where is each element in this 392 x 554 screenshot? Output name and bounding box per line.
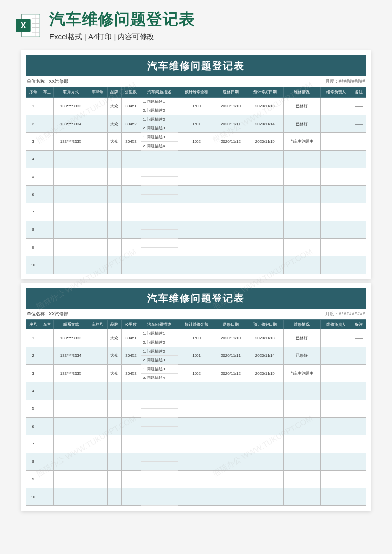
amount-cell: 1502 [178, 365, 215, 382]
note-cell [352, 400, 366, 418]
phone-cell [54, 400, 88, 418]
note-cell [352, 203, 366, 221]
phone-cell [54, 221, 88, 238]
seq-cell: 2 [26, 347, 40, 365]
desc1-cell: 1. 问题描述3 [141, 365, 178, 374]
table-row: 6 [26, 418, 366, 427]
page-2: 汽车维修问题登记表 单位名称：XX汽修部 月度：########## 序号车主联… [21, 283, 371, 511]
done-cell [246, 150, 284, 168]
col-header: 维修情况 [284, 319, 321, 329]
done-cell: 2020/11/13 [246, 329, 284, 347]
desc1-cell: 1. 问题描述2 [141, 115, 178, 124]
status-cell: 已修好 [284, 97, 321, 115]
desc1-cell: 1. 问题描述2 [141, 347, 178, 356]
status-cell [284, 488, 321, 506]
col-header: 品牌 [107, 87, 121, 98]
owner-cell [40, 185, 54, 203]
plate-cell [88, 471, 107, 488]
table-row: 7 [26, 203, 366, 212]
table-row: 2 133****3334 大众 30452 1. 问题描述2 1501 202… [26, 347, 366, 356]
table-row: 1 133****3333 大众 30451 1. 问题描述1 1500 202… [26, 329, 366, 338]
excel-icon: X [15, 12, 42, 39]
status-cell: 与车主沟通中 [284, 132, 321, 150]
owner-cell [40, 221, 54, 238]
owner-cell [40, 256, 54, 274]
note-cell: —— [352, 115, 366, 132]
desc2-cell [141, 427, 178, 435]
send-cell [215, 382, 246, 400]
form-banner: 汽车维修问题登记表 [26, 288, 366, 309]
desc2-cell [141, 229, 178, 238]
seq-cell: 9 [26, 471, 40, 488]
table-row: 6 [26, 185, 366, 194]
plate-cell [88, 185, 107, 203]
plate-cell [88, 400, 107, 418]
owner-cell [40, 488, 54, 506]
desc2-cell: 2. 问题描述4 [141, 141, 178, 150]
done-cell [246, 418, 284, 435]
person-cell [320, 115, 352, 132]
km-cell [121, 471, 141, 488]
plate-cell [88, 418, 107, 435]
table-row: 2 133****3334 大众 30452 1. 问题描述2 1501 202… [26, 115, 366, 124]
desc2-cell [141, 194, 178, 203]
desc2-cell: 2. 问题描述4 [141, 374, 178, 382]
km-cell: 30451 [121, 97, 141, 115]
send-cell [215, 150, 246, 168]
owner-cell [40, 453, 54, 471]
brand-cell [107, 256, 121, 274]
desc1-cell [141, 382, 178, 391]
plate-cell [88, 488, 107, 506]
seq-cell: 6 [26, 418, 40, 435]
note-cell [352, 418, 366, 435]
note-cell [352, 256, 366, 274]
status-cell [284, 203, 321, 221]
amount-cell [178, 471, 215, 488]
status-cell [284, 382, 321, 400]
send-cell [215, 221, 246, 238]
send-cell [215, 400, 246, 418]
phone-cell [54, 150, 88, 168]
amount-cell [178, 256, 215, 274]
status-cell: 已修好 [284, 329, 321, 347]
table-row: 9 [26, 238, 366, 247]
meta-left: 单位名称：XX汽修部 [27, 311, 68, 317]
send-cell [215, 471, 246, 488]
page-header: X 汽车维修问题登记表 Excel格式 | A4打印 | 内容可修改 [0, 0, 392, 47]
table-row: 8 [26, 221, 366, 229]
col-header: 预计修好日期 [246, 87, 284, 98]
desc2-cell [141, 409, 178, 418]
desc2-cell [141, 479, 178, 488]
desc2-cell [141, 159, 178, 168]
phone-cell: 133****3335 [54, 132, 88, 150]
brand-cell [107, 471, 121, 488]
seq-cell: 10 [26, 488, 40, 506]
km-cell [121, 238, 141, 256]
km-cell: 30452 [121, 347, 141, 365]
owner-cell [40, 382, 54, 400]
amount-cell [178, 203, 215, 221]
desc2-cell: 2. 问题描述2 [141, 106, 178, 115]
seq-cell: 3 [26, 132, 40, 150]
table-row: 4 [26, 150, 366, 159]
send-cell [215, 488, 246, 506]
phone-cell [54, 168, 88, 185]
col-header: 车牌号 [88, 319, 107, 329]
send-cell: 2020/11/11 [215, 115, 246, 132]
phone-cell [54, 471, 88, 488]
desc1-cell [141, 488, 178, 497]
desc2-cell: 2. 问题描述3 [141, 356, 178, 365]
seq-cell: 8 [26, 453, 40, 471]
send-cell [215, 185, 246, 203]
col-header: 车牌号 [88, 87, 107, 98]
person-cell [320, 435, 352, 453]
phone-cell: 133****3333 [54, 329, 88, 347]
brand-cell: 大众 [107, 115, 121, 132]
desc1-cell [141, 435, 178, 444]
table-row: 10 [26, 488, 366, 497]
plate-cell [88, 115, 107, 132]
desc2-cell: 2. 问题描述2 [141, 338, 178, 347]
page-1: 汽车维修问题登记表 单位名称：XX汽修部 月度：########## 序号车主联… [21, 50, 371, 279]
phone-cell [54, 488, 88, 506]
person-cell [320, 238, 352, 256]
